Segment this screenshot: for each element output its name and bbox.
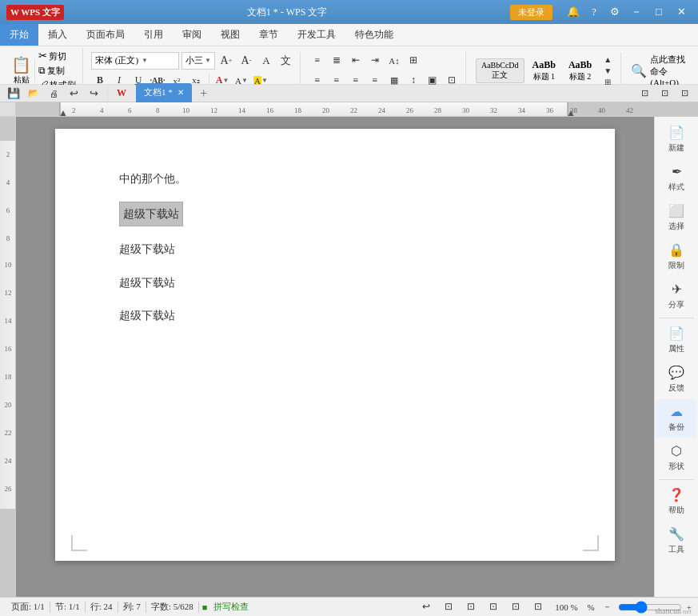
list-unordered[interactable]: ≡ xyxy=(309,52,326,70)
svg-text:14: 14 xyxy=(5,317,13,325)
line-spacing-button[interactable]: A↕ xyxy=(385,52,403,70)
properties-label: 属性 xyxy=(668,343,684,354)
document-line-3: 超级下载站 xyxy=(119,273,551,293)
status-icon3[interactable]: ⊡ xyxy=(462,598,480,616)
feedback-label: 反馈 xyxy=(668,382,684,394)
icon-settings[interactable]: ⚙ xyxy=(605,2,624,22)
status-icon6[interactable]: ⊡ xyxy=(529,598,547,616)
right-btn-shape[interactable]: ⬡ 形状 xyxy=(656,438,696,477)
menu-item-pagelayout[interactable]: 页面布局 xyxy=(77,24,134,46)
horizontal-ruler: 2 4 6 8 10 12 14 16 18 20 22 24 26 28 30… xyxy=(16,102,698,117)
font-name-selector[interactable]: 宋体 (正文) ▼ xyxy=(91,52,179,70)
status-right-area: ↩ ⊡ ⊡ ⊡ ⊡ ⊡ 100 % % － + xyxy=(417,598,692,616)
svg-text:12: 12 xyxy=(5,289,12,297)
backup-label: 备份 xyxy=(668,422,684,433)
status-icon5[interactable]: ⊡ xyxy=(507,598,524,616)
right-btn-backup[interactable]: ☁ 备份 xyxy=(656,399,696,438)
properties-icon: 📄 xyxy=(668,326,684,341)
list-ordered[interactable]: ≣ xyxy=(328,52,345,70)
font-color-button[interactable]: A xyxy=(257,52,275,70)
right-btn-share[interactable]: ✈ 分享 xyxy=(656,277,696,315)
page-corner-br xyxy=(583,535,599,551)
menu-item-section[interactable]: 章节 xyxy=(249,24,288,46)
right-btn-feedback[interactable]: 💬 反馈 xyxy=(656,360,696,398)
menu-item-reference[interactable]: 引用 xyxy=(134,24,173,46)
indent-decrease[interactable]: ⇤ xyxy=(347,52,365,70)
tab-close-button[interactable]: ✕ xyxy=(177,88,184,97)
help-label: 帮助 xyxy=(668,505,684,516)
close-button[interactable]: ✕ xyxy=(671,3,692,21)
right-btn-help[interactable]: ❓ 帮助 xyxy=(656,482,696,521)
status-icon2[interactable]: ⊡ xyxy=(440,598,457,616)
status-icon4[interactable]: ⊡ xyxy=(485,598,502,616)
shape-icon: ⬡ xyxy=(671,443,682,458)
right-btn-select[interactable]: ⬜ 选择 xyxy=(656,198,696,237)
select-icon: ⬜ xyxy=(668,203,684,218)
status-icon1[interactable]: ↩ xyxy=(417,598,435,616)
svg-text:16: 16 xyxy=(5,345,13,353)
right-btn-new[interactable]: 📄 新建 xyxy=(656,120,696,158)
cut-button[interactable]: ✂ 剪切 xyxy=(38,50,76,62)
share-label: 分享 xyxy=(668,299,684,310)
status-zoom-text: % xyxy=(586,602,596,612)
right-btn-tools[interactable]: 🔧 工具 xyxy=(656,522,696,560)
qa-icon1[interactable]: ⊡ xyxy=(636,85,653,102)
status-zoom-value: 100 % xyxy=(552,602,580,612)
status-zoom-dash: － xyxy=(601,601,613,613)
styles-down[interactable]: ▼ xyxy=(601,66,614,75)
menu-item-home[interactable]: 开始 xyxy=(0,24,38,46)
status-col: 列: 7 xyxy=(118,601,146,613)
right-btn-properties[interactable]: 📄 属性 xyxy=(656,321,696,359)
menu-item-view[interactable]: 视图 xyxy=(211,24,249,46)
qa-redo[interactable]: ↪ xyxy=(85,85,102,102)
maximize-button[interactable]: □ xyxy=(648,3,669,21)
qa-print[interactable]: 🖨 xyxy=(45,85,62,102)
document-tab[interactable]: 文档1 * ✕ xyxy=(136,83,192,102)
svg-text:18: 18 xyxy=(5,373,13,381)
paste-button[interactable]: 📋 粘贴 xyxy=(11,55,31,86)
quick-access-bar: 💾 📂 🖨 ↩ ↪ W 文档1 * ✕ + ⊡ ⊡ ⊡ xyxy=(0,85,698,102)
copy-button[interactable]: ⧉ 复制 xyxy=(38,65,76,77)
font-size-decrease[interactable]: A- xyxy=(237,52,255,70)
tools-label: 工具 xyxy=(668,544,684,555)
qa-icon2[interactable]: ⊡ xyxy=(656,85,673,102)
style-heading2[interactable]: AaBb 标题 2 xyxy=(564,58,596,84)
login-button[interactable]: 未登录 xyxy=(510,5,552,20)
icon-notification[interactable]: 🔔 xyxy=(564,2,583,22)
menu-item-review[interactable]: 审阅 xyxy=(173,24,211,46)
table-insert-button[interactable]: ⊞ xyxy=(405,52,422,70)
font-size-selector[interactable]: 小三 ▼ xyxy=(181,52,215,70)
right-btn-style[interactable]: ✒ 样式 xyxy=(656,159,696,198)
document-scroll-area[interactable]: 中的那个他。 超级下载站 超级下载站 超级下载站 超级下载站 xyxy=(16,117,654,597)
new-tab-button[interactable]: + xyxy=(195,85,213,102)
more-fonts-button[interactable]: 文 xyxy=(277,52,295,70)
wps-logo[interactable]: W WPS 文字 xyxy=(6,5,64,20)
qa-save[interactable]: 💾 xyxy=(5,85,22,102)
icon-help[interactable]: ? xyxy=(584,2,604,22)
qa-icon3[interactable]: ⊡ xyxy=(676,85,693,102)
indent-increase[interactable]: ⇥ xyxy=(366,52,384,70)
svg-text:8: 8 xyxy=(156,106,160,114)
toolbar-row1: 📋 粘贴 ✂ 剪切 ⧉ 复制 🖌 格式刷 xyxy=(0,46,698,85)
svg-text:42: 42 xyxy=(626,106,633,114)
text-color-a-button[interactable]: A ▼ xyxy=(213,72,231,90)
styles-up[interactable]: ▲ xyxy=(601,54,614,64)
qa-undo[interactable]: ↩ xyxy=(65,85,82,102)
title-bar: W WPS 文字 文档1 * - WPS 文字 未登录 🔔 ? ⚙ － □ ✕ xyxy=(0,0,698,24)
right-btn-restrict[interactable]: 🔒 限制 xyxy=(656,238,696,276)
menu-item-special[interactable]: 特色功能 xyxy=(345,24,403,46)
qa-wps-logo-sm[interactable]: W xyxy=(113,85,130,102)
font-size-increase[interactable]: A+ xyxy=(217,52,235,70)
menu-item-insert[interactable]: 插入 xyxy=(38,24,77,46)
svg-text:4: 4 xyxy=(6,178,10,186)
qa-open[interactable]: 📂 xyxy=(25,85,42,102)
panel-divider1 xyxy=(659,318,693,318)
minimize-button[interactable]: － xyxy=(626,3,647,21)
menu-item-devtools[interactable]: 开发工具 xyxy=(288,24,345,46)
style-normal[interactable]: AaBbCcDd 正文 xyxy=(476,58,524,83)
title-bar-right: 未登录 🔔 ? ⚙ － □ ✕ xyxy=(510,2,692,22)
doc-text-highlighted: 超级下载站 xyxy=(119,202,183,226)
document-line-1: 超级下载站 xyxy=(119,202,551,226)
style-heading1[interactable]: AaBb 标题 1 xyxy=(528,58,560,84)
find-command-button[interactable]: 🔍 点此查找命令 (Alt+Q) xyxy=(631,54,687,87)
